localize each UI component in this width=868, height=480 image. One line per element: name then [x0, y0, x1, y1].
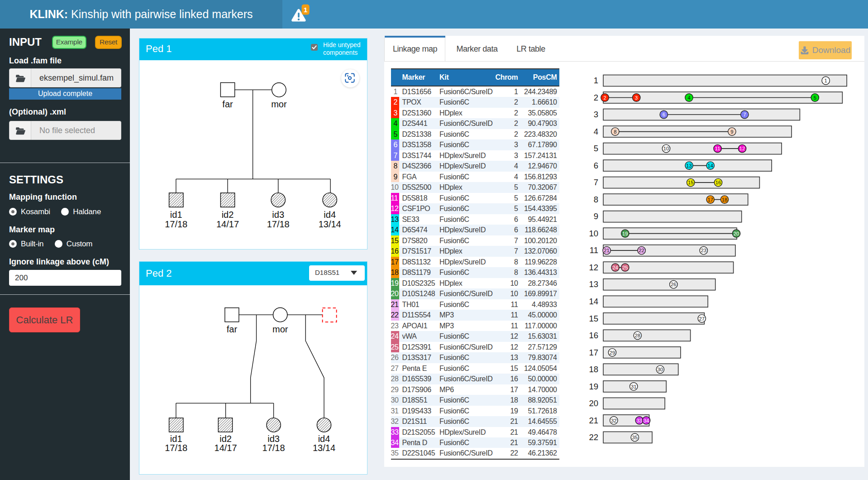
- svg-text:7: 7: [594, 178, 598, 187]
- svg-text:14/17: 14/17: [215, 443, 237, 453]
- svg-text:25: 25: [622, 265, 628, 270]
- svg-text:14: 14: [589, 297, 598, 306]
- svg-text:3: 3: [594, 110, 598, 119]
- svg-text:21: 21: [604, 248, 609, 253]
- svg-text:17: 17: [589, 348, 598, 357]
- svg-text:5: 5: [594, 144, 598, 153]
- svg-text:24: 24: [612, 265, 618, 270]
- svg-text:far: far: [227, 324, 238, 334]
- svg-text:1: 1: [825, 78, 827, 83]
- svg-text:13/14: 13/14: [319, 219, 341, 229]
- svg-text:mor: mor: [271, 99, 287, 109]
- svg-text:id4: id4: [324, 210, 336, 220]
- svg-text:17: 17: [707, 197, 713, 202]
- svg-text:27: 27: [699, 316, 705, 322]
- svg-text:1: 1: [304, 6, 308, 14]
- svg-text:id4: id4: [318, 434, 330, 444]
- svg-text:13: 13: [589, 279, 598, 289]
- svg-text:9: 9: [594, 211, 598, 221]
- svg-text:id1: id1: [170, 434, 182, 444]
- svg-text:22: 22: [639, 248, 644, 253]
- svg-text:31: 31: [631, 384, 636, 389]
- svg-text:17/18: 17/18: [267, 219, 290, 229]
- svg-text:30: 30: [658, 367, 663, 372]
- svg-text:1: 1: [594, 76, 598, 85]
- svg-text:20: 20: [734, 231, 739, 236]
- svg-text:18: 18: [589, 365, 598, 374]
- svg-text:10: 10: [589, 229, 598, 238]
- svg-text:13/14: 13/14: [313, 443, 335, 453]
- svg-text:8: 8: [614, 129, 616, 134]
- svg-text:33: 33: [637, 418, 642, 423]
- svg-text:id2: id2: [219, 434, 232, 444]
- svg-text:10: 10: [663, 146, 669, 151]
- svg-text:23: 23: [701, 248, 706, 253]
- svg-text:32: 32: [611, 418, 616, 423]
- svg-text:4: 4: [594, 127, 598, 136]
- svg-text:13: 13: [686, 163, 692, 168]
- svg-text:mor: mor: [272, 324, 288, 334]
- svg-text:29: 29: [610, 350, 615, 355]
- svg-text:6: 6: [663, 112, 665, 117]
- svg-text:12: 12: [589, 263, 598, 272]
- svg-text:28: 28: [635, 333, 640, 338]
- svg-text:17/18: 17/18: [165, 443, 187, 453]
- svg-text:35: 35: [632, 435, 638, 440]
- svg-text:14: 14: [707, 163, 713, 168]
- svg-text:7: 7: [743, 112, 746, 117]
- svg-text:2: 2: [603, 95, 606, 101]
- svg-text:15: 15: [688, 180, 693, 185]
- svg-text:20: 20: [589, 398, 598, 408]
- svg-text:18: 18: [722, 197, 727, 202]
- svg-text:12: 12: [739, 146, 745, 151]
- svg-text:6: 6: [594, 161, 598, 170]
- svg-text:id1: id1: [170, 210, 182, 220]
- svg-text:11: 11: [715, 146, 720, 151]
- svg-text:11: 11: [590, 245, 598, 255]
- svg-text:id3: id3: [272, 210, 284, 220]
- svg-text:16: 16: [589, 331, 598, 340]
- svg-text:16: 16: [715, 180, 721, 185]
- svg-text:19: 19: [589, 382, 598, 391]
- svg-text:9: 9: [730, 129, 733, 134]
- svg-text:34: 34: [644, 418, 649, 423]
- svg-text:17/18: 17/18: [165, 219, 187, 229]
- svg-text:19: 19: [622, 231, 628, 236]
- svg-text:id3: id3: [267, 434, 280, 444]
- svg-text:id2: id2: [222, 210, 234, 220]
- svg-text:14/17: 14/17: [216, 219, 239, 229]
- svg-text:8: 8: [594, 195, 598, 204]
- svg-text:4: 4: [687, 95, 690, 101]
- svg-text:22: 22: [589, 432, 598, 442]
- svg-text:3: 3: [635, 95, 638, 101]
- svg-text:17/18: 17/18: [262, 443, 285, 453]
- svg-text:26: 26: [671, 282, 676, 287]
- svg-text:far: far: [222, 99, 233, 109]
- svg-text:15: 15: [589, 314, 598, 323]
- svg-text:21: 21: [589, 416, 598, 425]
- svg-text:5: 5: [814, 95, 816, 101]
- svg-text:2: 2: [594, 93, 598, 102]
